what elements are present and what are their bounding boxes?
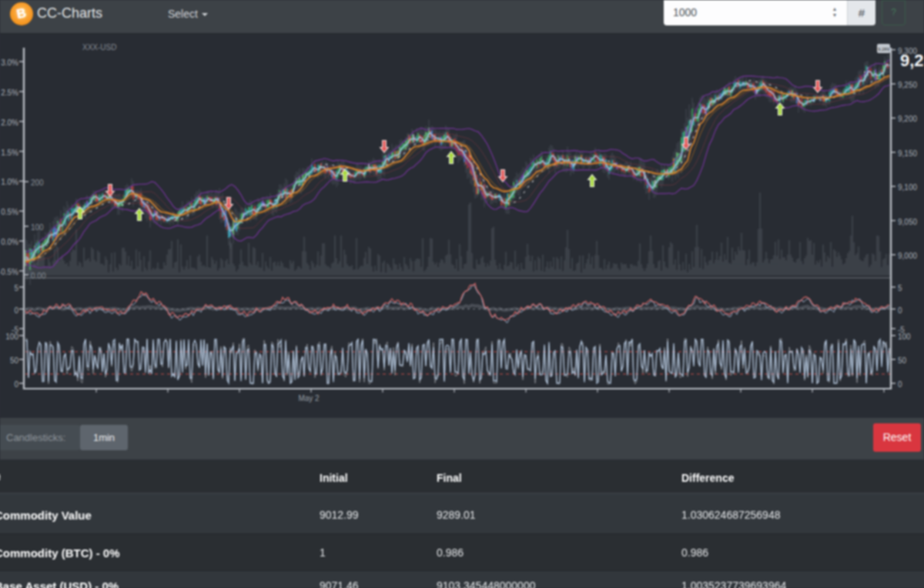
svg-text:0.5%: 0.5% xyxy=(1,208,18,216)
svg-text:9,289: 9,289 xyxy=(878,47,890,52)
svg-text:0.0%: 0.0% xyxy=(1,238,18,246)
svg-text:1.5%: 1.5% xyxy=(1,149,18,157)
svg-text:9,150: 9,150 xyxy=(898,149,917,158)
svg-text:5: 5 xyxy=(14,284,18,292)
svg-text:100: 100 xyxy=(5,332,18,341)
svg-text:9,100: 9,100 xyxy=(898,183,917,192)
svg-text:9,050: 9,050 xyxy=(898,218,917,226)
svg-text:100: 100 xyxy=(898,332,911,341)
svg-text:9,250: 9,250 xyxy=(898,81,917,89)
svg-text:50: 50 xyxy=(898,356,907,365)
svg-text:5: 5 xyxy=(898,284,902,292)
svg-text:May 2: May 2 xyxy=(298,394,320,403)
svg-text:-0.5%: -0.5% xyxy=(0,268,18,276)
svg-text:2.0%: 2.0% xyxy=(1,119,18,127)
svg-text:2.5%: 2.5% xyxy=(1,89,18,97)
svg-text:0: 0 xyxy=(898,306,902,315)
svg-text:100: 100 xyxy=(31,223,44,232)
svg-text:0: 0 xyxy=(14,380,18,389)
svg-text:1.0%: 1.0% xyxy=(1,178,18,186)
svg-text:0.00: 0.00 xyxy=(31,272,46,280)
svg-text:9,000: 9,000 xyxy=(898,252,917,260)
svg-text:9,200: 9,200 xyxy=(898,115,917,123)
svg-text:0: 0 xyxy=(14,306,18,315)
svg-text:9,289.01: 9,289.01 xyxy=(900,51,924,70)
svg-text:3.0%: 3.0% xyxy=(1,58,18,67)
svg-text:200: 200 xyxy=(31,179,44,187)
svg-text:0: 0 xyxy=(898,380,902,389)
svg-text:50: 50 xyxy=(10,356,19,365)
svg-text:XXX-USD: XXX-USD xyxy=(82,43,116,52)
